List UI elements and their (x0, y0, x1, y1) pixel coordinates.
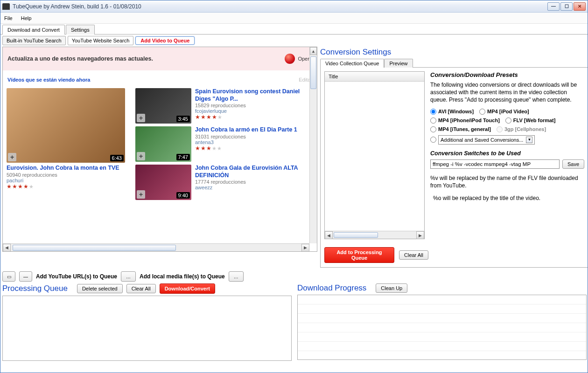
video-duration: 3:45 (176, 116, 190, 122)
video-views: 31031 reproducciones (195, 134, 313, 139)
download-convert-button[interactable]: Download/Convert (160, 283, 215, 294)
maximize-button[interactable]: ☐ (560, 2, 573, 11)
chevron-down-icon: ▼ (526, 137, 532, 143)
radio-mp4-ipod-label[interactable]: MP4 [iPod Video] (487, 109, 529, 114)
add-video-to-queue-button[interactable]: Add Video to Queue (135, 36, 195, 45)
main-tabs: Download and Convert Settings (0, 24, 588, 35)
radio-mp4-itunes[interactable] (430, 126, 436, 132)
add-local-browse-button[interactable]: … (229, 271, 244, 282)
video-user[interactable]: aweezz (195, 185, 313, 190)
add-icon[interactable]: + (137, 190, 145, 199)
queue-column-title: Title (325, 72, 424, 82)
video-views: 17774 reproducciones (195, 179, 313, 185)
browser-upgrade-banner: Actualiza a uno de estos navegadores mas… (3, 47, 317, 70)
close-button[interactable]: ✕ (574, 2, 586, 11)
tab-settings[interactable]: Settings (66, 25, 95, 35)
radio-mp4-iphone-label[interactable]: MP4 [iPhone/iPod Touch] (438, 117, 500, 123)
add-local-label: Add local media file(s) to Queue (140, 273, 225, 280)
menu-bar: File Help (0, 13, 588, 24)
video-duration: 9:40 (176, 192, 190, 199)
add-to-processing-queue-button[interactable]: Add to Processing Queue (324, 247, 394, 263)
video-title[interactable]: John Cobra Gala de Eurovisión ALTA DEFIN… (195, 165, 313, 179)
scroll-right-arrow[interactable]: ▶ (416, 231, 424, 239)
menu-help[interactable]: Help (21, 15, 32, 21)
scroll-up-arrow[interactable]: ▲ (310, 47, 317, 55)
scroll-left-arrow[interactable]: ◀ (325, 231, 333, 239)
video-title[interactable]: John Cobra la armó en El Dia Parte 1 (195, 126, 313, 134)
processing-queue-list[interactable] (2, 296, 292, 361)
radio-additional[interactable] (430, 137, 436, 143)
opera-icon (285, 54, 295, 64)
additional-conversions-dropdown[interactable]: Additional and Saved Conversions... ▼ (438, 135, 535, 145)
scroll-right-arrow[interactable]: ▶ (301, 244, 309, 252)
search-tabs-row: Built-in YouTube Search YouTube Website … (0, 35, 588, 47)
tab-video-collection-queue[interactable]: Video Collection Queue (320, 59, 384, 68)
video-title[interactable]: Spain Eurovision song contest Daniel Dig… (195, 88, 313, 103)
download-progress-list[interactable] (297, 295, 587, 360)
scroll-thumb[interactable] (334, 232, 378, 238)
subtab-builtin-search[interactable]: Built-in YouTube Search (2, 36, 66, 45)
presets-heading: Conversion/Download Presets (430, 71, 584, 78)
add-icon[interactable]: + (8, 153, 16, 161)
window-title: TubeQueue by Andrew Stein, build 1.6 - 0… (13, 3, 141, 10)
radio-3gp (497, 126, 503, 132)
tab-preview[interactable]: Preview (384, 59, 413, 68)
collapse-button[interactable]: ▭ (2, 271, 15, 282)
video-user[interactable]: fcojavierluque (195, 108, 313, 114)
delete-selected-button[interactable]: Delete selected (77, 284, 123, 293)
clear-all-queue-button[interactable]: Clear All (399, 250, 428, 260)
video-thumbnail[interactable]: + 3:45 (135, 88, 191, 124)
app-icon (2, 3, 10, 10)
tab-download-convert[interactable]: Download and Convert (2, 25, 65, 35)
radio-avi-label[interactable]: AVI [Windows] (438, 109, 474, 114)
banner-message: Actualiza a uno de estos navegadores mas… (7, 55, 153, 62)
add-icon[interactable]: + (137, 152, 145, 160)
processing-queue-panel: Processing Queue Delete selected Clear A… (2, 283, 292, 361)
switches-help-o: %o will be replaced by the title of the … (433, 194, 584, 202)
video-user[interactable]: pachuri (7, 178, 128, 183)
menu-file[interactable]: File (4, 15, 13, 21)
download-progress-panel: Download Progress Clean Up (297, 283, 587, 361)
minimize-button[interactable]: — (547, 2, 560, 11)
scroll-thumb[interactable] (310, 56, 316, 89)
dropdown-label: Additional and Saved Conversions... (441, 137, 523, 143)
processing-queue-heading: Processing Queue (2, 284, 68, 293)
radio-flv-label[interactable]: FLV [Web format] (513, 117, 556, 123)
add-url-browse-button[interactable]: … (121, 271, 136, 282)
scroll-thumb[interactable] (13, 245, 176, 251)
radio-mp4-iphone[interactable] (430, 117, 436, 124)
video-thumbnail[interactable]: + 9:40 (135, 165, 191, 200)
conversion-settings-panel: Conversion Settings Video Collection Que… (320, 47, 588, 268)
download-progress-heading: Download Progress (297, 283, 366, 293)
radio-flv[interactable] (505, 117, 511, 124)
expand-button[interactable]: — (19, 271, 32, 282)
clean-up-button[interactable]: Clean Up (376, 283, 407, 293)
opera-link[interactable]: Opera (285, 54, 312, 64)
video-user[interactable]: antena3 (195, 139, 313, 145)
horizontal-scrollbar[interactable]: ◀ ▶ (3, 243, 309, 251)
video-views: 15829 reproducciones (195, 103, 313, 108)
video-thumbnail[interactable]: + 6:43 (7, 88, 125, 163)
video-collection-queue-list[interactable]: Title ◀ ▶ (324, 71, 425, 239)
youtube-browser-pane: Actualiza a uno de estos navegadores mas… (2, 47, 317, 252)
presets-description: The following video conversions or direc… (430, 81, 584, 104)
add-icon[interactable]: + (137, 114, 145, 122)
vertical-scrollbar[interactable]: ▲ (309, 47, 317, 243)
radio-avi-windows[interactable] (430, 109, 436, 115)
video-thumbnail[interactable]: + 7:47 (135, 126, 191, 162)
subtab-website-search[interactable]: YouTube Website Search (68, 36, 134, 45)
video-rating: ★★★★★ (7, 183, 128, 190)
video-title[interactable]: Eurovision. John Cobra la monta en TVE (7, 165, 128, 172)
scroll-left-arrow[interactable]: ◀ (3, 244, 11, 252)
conversion-settings-heading: Conversion Settings (320, 47, 588, 59)
radio-mp4-ipod[interactable] (479, 109, 485, 115)
radio-mp4-itunes-label[interactable]: MP4 [iTunes, general] (438, 126, 491, 132)
titlebar: TubeQueue by Andrew Stein, build 1.6 - 0… (0, 0, 588, 13)
save-switches-button[interactable]: Save (562, 159, 584, 169)
conversion-switches-input[interactable] (430, 159, 560, 169)
queue-horizontal-scrollbar[interactable]: ◀ ▶ (325, 231, 424, 239)
video-duration: 7:47 (176, 154, 190, 160)
radio-3gp-label: 3gp [Cellphones] (504, 126, 546, 132)
video-duration: 6:43 (110, 155, 124, 161)
clear-processing-button[interactable]: Clear All (126, 284, 156, 293)
